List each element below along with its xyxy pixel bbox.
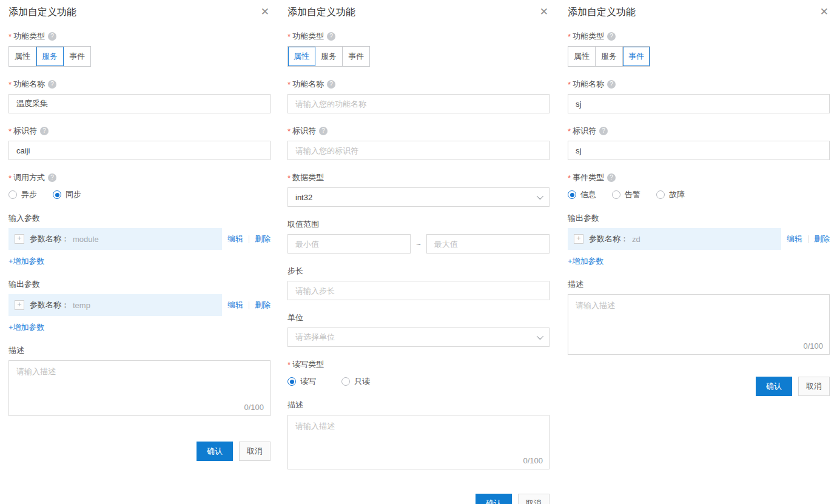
- tab-event[interactable]: 事件: [64, 47, 90, 66]
- label-text: 读写类型: [292, 359, 324, 370]
- output-param-row: + 参数名称： temp 编辑 删除: [8, 294, 271, 316]
- description-box: 0/100: [8, 360, 271, 416]
- tab-service[interactable]: 服务: [596, 47, 623, 66]
- divider: [249, 301, 249, 309]
- step-input[interactable]: [287, 281, 550, 300]
- help-icon[interactable]: ?: [327, 32, 335, 41]
- confirm-button[interactable]: 确认: [476, 494, 512, 504]
- tab-property[interactable]: 属性: [9, 47, 36, 66]
- radio-async[interactable]: 异步: [8, 189, 37, 200]
- expand-plus-icon[interactable]: +: [15, 234, 24, 244]
- label-text: 功能类型: [573, 31, 604, 42]
- cancel-button[interactable]: 取消: [798, 377, 830, 396]
- chevron-down-icon: [537, 333, 543, 340]
- delete-link[interactable]: 删除: [255, 300, 271, 311]
- dialog-add-custom-feature-event: 添加自定义功能 ✕ 功能类型 ? 属性 服务 事件 功能名称 ? 标识符 ? 事…: [558, 0, 837, 504]
- char-counter: 0/100: [523, 456, 543, 465]
- param-name-value: module: [73, 235, 99, 244]
- delete-link[interactable]: 删除: [814, 234, 830, 244]
- tab-service[interactable]: 服务: [315, 47, 343, 66]
- tab-service[interactable]: 服务: [36, 47, 64, 66]
- help-icon[interactable]: ?: [48, 32, 56, 41]
- confirm-button[interactable]: 确认: [197, 442, 233, 461]
- close-icon[interactable]: ✕: [260, 6, 271, 18]
- radio-read-write[interactable]: 读写: [287, 376, 316, 387]
- input-param-row: + 参数名称： module 编辑 删除: [8, 228, 271, 250]
- event-type-label: 事件类型 ?: [568, 172, 830, 183]
- add-output-param-link[interactable]: +增加参数: [568, 256, 604, 267]
- radio-label: 异步: [21, 189, 37, 200]
- chevron-down-icon: [537, 193, 543, 200]
- divider: [808, 235, 808, 243]
- identifier-input[interactable]: [568, 141, 830, 160]
- tab-event[interactable]: 事件: [623, 47, 650, 66]
- data-type-select[interactable]: int32: [287, 187, 550, 207]
- tab-event[interactable]: 事件: [343, 47, 369, 66]
- description-textarea[interactable]: [288, 415, 549, 469]
- feature-name-input[interactable]: [287, 94, 550, 113]
- edit-link[interactable]: 编辑: [787, 234, 802, 244]
- radio-read-only[interactable]: 只读: [341, 376, 370, 387]
- tab-property[interactable]: 属性: [568, 47, 596, 66]
- feature-name-label: 功能名称 ?: [287, 79, 550, 90]
- dialog-add-custom-feature-property: 添加自定义功能 ✕ 功能类型 ? 属性 服务 事件 功能名称 ? 标识符 ? 数…: [279, 0, 558, 504]
- help-icon[interactable]: ?: [327, 80, 335, 89]
- label-text: 调用方式: [13, 172, 45, 183]
- dialog-footer: 确认 取消: [568, 377, 830, 396]
- param-name-label: 参数名称：: [30, 300, 69, 311]
- close-icon[interactable]: ✕: [819, 6, 830, 18]
- identifier-label: 标识符 ?: [8, 126, 271, 136]
- help-icon[interactable]: ?: [319, 127, 328, 135]
- help-icon[interactable]: ?: [607, 32, 616, 41]
- unit-select[interactable]: 请选择单位: [287, 328, 550, 347]
- label-text: 功能名称: [13, 79, 45, 90]
- output-param-row: + 参数名称： zd 编辑 删除: [568, 228, 830, 250]
- invoke-method-label: 调用方式 ?: [8, 172, 271, 183]
- description-textarea[interactable]: [9, 361, 270, 415]
- cancel-button[interactable]: 取消: [518, 494, 550, 504]
- feature-name-input[interactable]: [8, 94, 271, 113]
- description-box: 0/100: [287, 415, 550, 469]
- description-label: 描述: [8, 345, 271, 356]
- edit-link[interactable]: 编辑: [227, 234, 243, 244]
- radio-sync[interactable]: 同步: [53, 189, 81, 200]
- label-text: 功能名称: [292, 79, 324, 90]
- radio-unselected-icon: [612, 190, 620, 199]
- dialog-title: 添加自定义功能: [8, 6, 76, 19]
- step-label: 步长: [287, 266, 550, 277]
- add-input-param-link[interactable]: +增加参数: [8, 256, 45, 267]
- confirm-button[interactable]: 确认: [756, 377, 792, 396]
- identifier-input[interactable]: [287, 141, 550, 160]
- add-output-param-link[interactable]: +增加参数: [8, 322, 45, 333]
- cancel-button[interactable]: 取消: [239, 442, 271, 461]
- radio-label: 告警: [625, 189, 640, 200]
- help-icon[interactable]: ?: [48, 173, 56, 182]
- expand-plus-icon[interactable]: +: [15, 300, 24, 310]
- edit-link[interactable]: 编辑: [227, 300, 243, 311]
- label-text: 输入参数: [8, 213, 40, 224]
- feature-name-input[interactable]: [568, 94, 830, 113]
- radio-info[interactable]: 信息: [568, 189, 596, 200]
- help-icon[interactable]: ?: [599, 127, 608, 135]
- help-icon[interactable]: ?: [607, 173, 616, 182]
- param-box: + 参数名称： module: [8, 228, 222, 250]
- help-icon[interactable]: ?: [48, 80, 56, 89]
- tab-property[interactable]: 属性: [288, 47, 315, 66]
- min-value-input[interactable]: [287, 234, 411, 254]
- radio-fault[interactable]: 故障: [656, 189, 685, 200]
- label-text: 事件类型: [573, 172, 604, 183]
- expand-plus-icon[interactable]: +: [574, 234, 583, 244]
- max-value-input[interactable]: [426, 234, 550, 254]
- label-text: 功能类型: [13, 31, 45, 42]
- identifier-input[interactable]: [8, 141, 271, 160]
- delete-link[interactable]: 删除: [255, 234, 271, 244]
- radio-alert[interactable]: 告警: [612, 189, 640, 200]
- help-icon[interactable]: ?: [607, 80, 616, 89]
- value-range-row: ~: [287, 234, 550, 254]
- description-textarea[interactable]: [568, 295, 829, 354]
- label-text: 输出参数: [8, 279, 40, 290]
- param-actions: 编辑 删除: [227, 234, 271, 244]
- help-icon[interactable]: ?: [40, 127, 49, 135]
- label-text: 标识符: [292, 126, 316, 136]
- close-icon[interactable]: ✕: [539, 6, 550, 18]
